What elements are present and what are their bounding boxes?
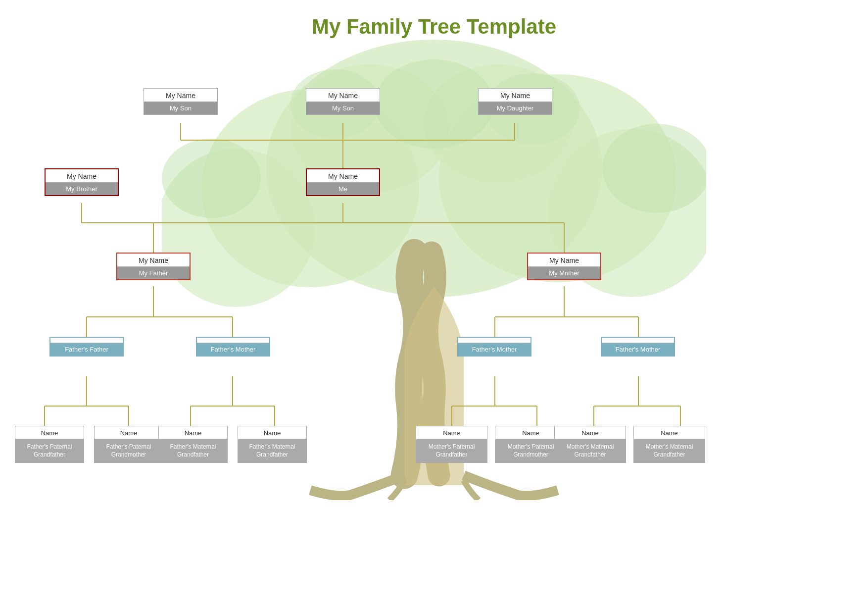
ggp-8-name: Name [634, 426, 705, 439]
father-name: My Name [117, 254, 190, 267]
ggp-3-name: Name [159, 426, 227, 439]
page-title: My Family Tree Template [0, 0, 868, 39]
child-box-3: My Name My Daughter [478, 88, 552, 115]
child-1-label: My Son [144, 102, 217, 114]
me-name: My Name [307, 169, 379, 183]
mother-name: My Name [528, 254, 600, 267]
ggp-1-label: Father's PaternalGrandfather [15, 439, 84, 462]
fathers-father-box: Father's Father [49, 337, 124, 357]
svg-point-7 [162, 139, 261, 218]
mothers-father-box: Father's Mother [457, 337, 531, 357]
ggp-7-label: Mother's MaternalGrandfather [555, 439, 626, 462]
fathers-mother-label: Father's Mother [197, 343, 269, 356]
ggp-3-label: Father's MaternalGrandfather [159, 439, 227, 462]
svg-point-9 [375, 59, 493, 149]
ggp-box-7: Name Mother's MaternalGrandfather [554, 426, 626, 463]
mothers-mother-box: Father's Mother [601, 337, 675, 357]
mother-box: My Name My Mother [527, 253, 601, 280]
ggp-2-name: Name [95, 426, 163, 439]
fathers-father-name [50, 338, 123, 343]
me-box: My Name Me [306, 168, 380, 196]
ggp-box-5: Name Mother's PaternalGrandfather [416, 426, 487, 463]
father-box: My Name My Father [116, 253, 191, 280]
ggp-box-4: Name Father's MaternalGrandfather [238, 426, 307, 463]
child-box-1: My Name My Son [144, 88, 218, 115]
fathers-mother-box: Father's Mother [196, 337, 270, 357]
svg-point-8 [602, 124, 706, 213]
brother-label: My Brother [46, 183, 118, 195]
ggp-box-2: Name Father's PaternalGrandmother [94, 426, 163, 463]
mothers-father-label: Father's Mother [458, 343, 530, 356]
brother-name: My Name [46, 169, 118, 183]
ggp-1-name: Name [15, 426, 84, 439]
mothers-father-name [458, 338, 530, 343]
child-box-2: My Name My Son [306, 88, 380, 115]
mothers-mother-name [602, 338, 674, 343]
brother-box: My Name My Brother [45, 168, 119, 196]
mother-label: My Mother [528, 267, 600, 279]
me-label: Me [307, 183, 379, 195]
mothers-mother-label: Father's Mother [602, 343, 674, 356]
ggp-box-3: Name Father's MaternalGrandfather [158, 426, 228, 463]
ggp-8-label: Mother's MaternalGrandfather [634, 439, 705, 462]
child-1-name: My Name [144, 89, 217, 102]
ggp-box-1: Name Father's PaternalGrandfather [15, 426, 84, 463]
ggp-5-name: Name [416, 426, 487, 439]
ggp-4-label: Father's MaternalGrandfather [238, 439, 306, 462]
ggp-5-label: Mother's PaternalGrandfather [416, 439, 487, 462]
ggp-2-label: Father's PaternalGrandmother [95, 439, 163, 462]
ggp-7-name: Name [555, 426, 626, 439]
child-3-label: My Daughter [479, 102, 552, 114]
ggp-box-8: Name Mother's MaternalGrandfather [633, 426, 705, 463]
fathers-mother-name [197, 338, 269, 343]
child-3-name: My Name [479, 89, 552, 102]
ggp-4-name: Name [238, 426, 306, 439]
child-2-label: My Son [306, 102, 380, 114]
fathers-father-label: Father's Father [50, 343, 123, 356]
child-2-name: My Name [306, 89, 380, 102]
father-label: My Father [117, 267, 190, 279]
